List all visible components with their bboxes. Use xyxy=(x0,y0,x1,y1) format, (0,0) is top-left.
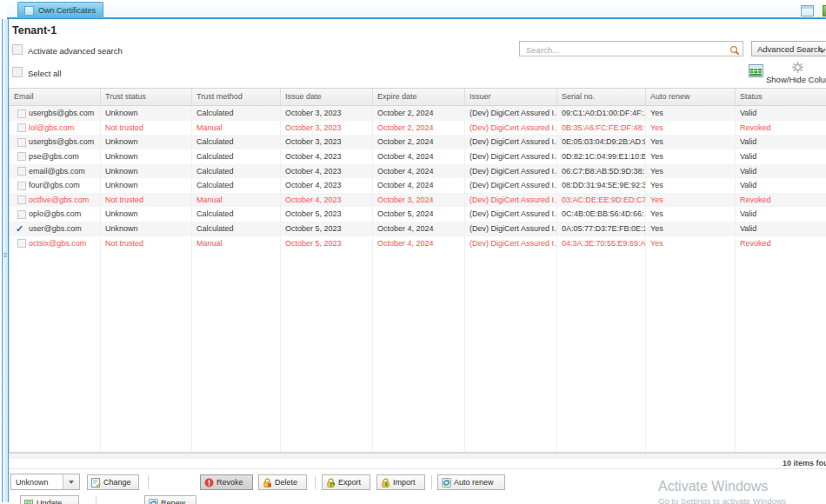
search-box[interactable] xyxy=(519,41,743,56)
chevron-down-icon[interactable] xyxy=(63,474,79,489)
cell-email-text: user@gbs.com xyxy=(29,224,82,233)
cell-issuer: (Dev) DigiCert Assured I… xyxy=(465,121,557,136)
row-checkbox[interactable] xyxy=(17,196,26,204)
cell-trust-method: Calculated xyxy=(192,207,281,222)
row-checkbox[interactable] xyxy=(17,182,26,190)
export-button[interactable]: Export xyxy=(322,474,370,490)
table-row[interactable]: oplo@gbs.comUnknownCalculatedOctober 5, … xyxy=(10,207,826,222)
trust-status-select-value: Unknown xyxy=(16,478,49,487)
auto-renew-button[interactable]: Auto renew xyxy=(437,474,505,490)
column-header-issuer[interactable]: Issuer xyxy=(465,89,557,105)
auto-renew-button-label: Auto renew xyxy=(454,478,494,487)
column-header-email[interactable]: Email xyxy=(10,89,101,105)
cell-trust-status: Unknown xyxy=(101,149,192,164)
cell-issue-date: October 5, 2023 xyxy=(281,222,373,236)
cell-trust-status: Not trusted xyxy=(101,236,192,251)
trust-status-select[interactable]: Unknown xyxy=(10,474,80,490)
toolbar-separator xyxy=(96,496,97,504)
table-body: usergbs@gbs.comUnknownCalculatedOctober … xyxy=(10,106,826,250)
cell-status: Valid xyxy=(736,135,826,149)
cell-email: email@gbs.com xyxy=(10,164,101,179)
column-header-status[interactable]: Status xyxy=(736,89,826,105)
cell-serial: 03:AC:DE:EE:9D:ED:C7… xyxy=(557,193,646,208)
column-header-serial[interactable]: Serial no. xyxy=(557,89,646,105)
magnifier-icon[interactable] xyxy=(729,43,740,59)
table-row[interactable]: lol@gbs.comNot trustedManualOctober 3, 2… xyxy=(10,121,826,136)
toolbar-separator xyxy=(431,475,432,489)
cell-issue-date: October 5, 2023 xyxy=(281,207,373,222)
cell-trust-status: Unknown xyxy=(101,135,192,149)
renew-button[interactable]: Renew xyxy=(144,495,197,504)
advanced-search-button[interactable]: Advanced Search xyxy=(751,41,826,56)
show-hide-columns-label[interactable]: Show/Hide Columns xyxy=(766,75,826,84)
search-input[interactable] xyxy=(524,42,728,57)
renew-button-label: Renew xyxy=(161,499,185,504)
table-header-row: EmailTrust statusTrust methodIssue dateE… xyxy=(10,89,826,106)
cell-email-text: lol@gbs.com xyxy=(29,123,74,132)
update-button[interactable]: Update xyxy=(20,495,79,504)
cell-email: usergbs@gbs.com xyxy=(10,106,101,121)
column-header-trust-status[interactable]: Trust status xyxy=(101,89,192,105)
select-all-checkbox[interactable] xyxy=(12,67,23,77)
cell-status: Revoked xyxy=(736,193,826,208)
activate-windows-subtitle: Go to Settings to activate Windows xyxy=(658,496,786,504)
application-window: Own Certificates Tenant-1 Activate advan… xyxy=(0,0,826,504)
window-status-icon[interactable] xyxy=(823,5,826,17)
column-header-auto-renew[interactable]: Auto renew xyxy=(646,89,736,105)
column-divider xyxy=(556,250,557,453)
cell-issue-date: October 3, 2023 xyxy=(281,121,373,136)
cell-auto-renew: Yes xyxy=(646,106,736,121)
activate-advanced-search-label: Activate advanced search xyxy=(28,46,123,56)
update-icon xyxy=(24,499,34,504)
tab-own-certificates[interactable]: Own Certificates xyxy=(17,2,103,18)
cell-issuer: (Dev) DigiCert Assured I… xyxy=(465,236,557,251)
vertical-scrollbar[interactable] xyxy=(2,19,9,502)
column-header-expire-date[interactable]: Expire date xyxy=(373,89,465,105)
delete-button[interactable]: Delete xyxy=(258,474,307,490)
table-row[interactable]: octsix@gbs.comNot trustedManualOctober 5… xyxy=(10,236,826,251)
cell-email: lol@gbs.com xyxy=(10,121,101,136)
row-checkbox[interactable] xyxy=(17,239,26,248)
export-button-label: Export xyxy=(338,478,361,487)
column-header-trust-method[interactable]: Trust method xyxy=(192,89,281,105)
cell-trust-method: Calculated xyxy=(192,178,281,193)
window-restore-icon[interactable] xyxy=(801,5,814,17)
cell-expire-date: October 4, 2024 xyxy=(373,236,465,251)
cell-status: Revoked xyxy=(736,121,826,136)
cell-email: octsix@gbs.com xyxy=(10,236,101,251)
row-checkbox[interactable] xyxy=(17,109,26,118)
table-row[interactable]: usergbs@gbs.comUnknownCalculatedOctober … xyxy=(10,135,826,149)
tab-bar: Own Certificates xyxy=(7,0,826,19)
table-row[interactable]: octfive@gbs.comNot trustedManualOctober … xyxy=(10,193,826,208)
row-checkbox[interactable] xyxy=(17,138,26,147)
table-row[interactable]: email@gbs.comUnknownCalculatedOctober 4,… xyxy=(10,164,826,179)
row-checkbox[interactable] xyxy=(17,123,26,132)
change-button[interactable]: Change xyxy=(87,474,139,490)
row-checkbox[interactable] xyxy=(17,210,26,219)
column-divider xyxy=(372,250,373,453)
cell-issue-date: October 4, 2023 xyxy=(281,178,373,193)
cell-email: ✓user@gbs.com xyxy=(10,222,101,236)
table-row[interactable]: pse@gbs.comUnknownCalculatedOctober 4, 2… xyxy=(10,149,826,164)
column-header-issue-date[interactable]: Issue date xyxy=(281,89,373,105)
revoke-button[interactable]: Revoke xyxy=(200,474,253,490)
row-checkbox-checked[interactable]: ✓ xyxy=(16,222,23,235)
table-columns-icon[interactable] xyxy=(749,63,764,83)
import-button[interactable]: Import xyxy=(376,474,425,490)
table-row[interactable]: ✓user@gbs.comUnknownCalculatedOctober 5,… xyxy=(10,222,826,236)
cell-serial: 0E:05:03:04:D9:2B:AD:9… xyxy=(557,135,646,149)
table-row[interactable]: usergbs@gbs.comUnknownCalculatedOctober … xyxy=(10,106,826,121)
cell-issuer: (Dev) DigiCert Assured I… xyxy=(465,135,557,149)
cell-trust-method: Manual xyxy=(192,193,281,208)
cell-issue-date: October 3, 2023 xyxy=(281,106,373,121)
cell-expire-date: October 4, 2024 xyxy=(373,178,465,193)
scrollbar-grip[interactable] xyxy=(3,252,8,258)
column-divider xyxy=(280,250,281,453)
cell-auto-renew: Yes xyxy=(646,207,736,222)
lock-delete-icon xyxy=(263,478,272,489)
row-checkbox[interactable] xyxy=(17,167,26,176)
table-row[interactable]: four@gbs.comUnknownCalculatedOctober 4, … xyxy=(10,178,826,193)
row-checkbox[interactable] xyxy=(17,152,26,161)
cell-trust-status: Unknown xyxy=(101,164,192,179)
activate-advanced-search-checkbox[interactable] xyxy=(12,44,23,55)
